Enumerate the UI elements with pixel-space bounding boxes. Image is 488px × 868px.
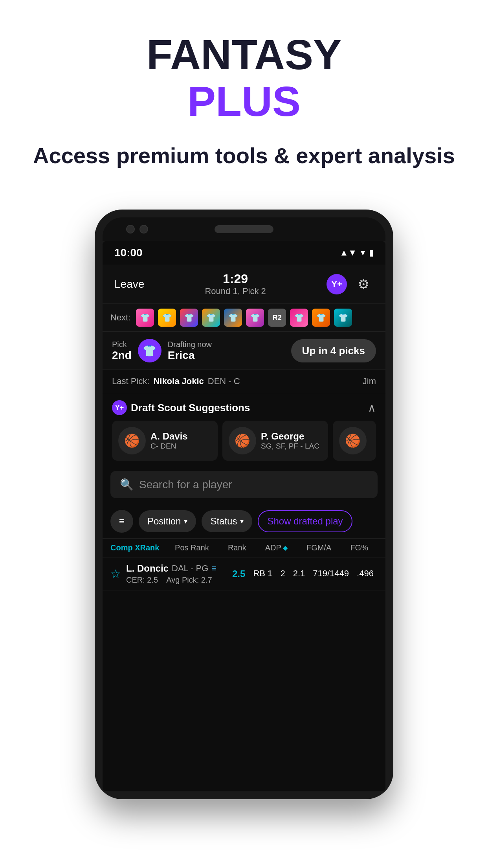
camera-dot [126,225,135,234]
scout-badge: Y+ [112,400,127,415]
stat-compxrank: 2.5 [232,568,245,579]
yplus-badge[interactable]: Y+ [327,274,347,294]
col-posrank-header: Pos Rank [175,543,209,552]
player-avatar-2: 🏀 [229,427,256,454]
player-row-stats: 2.5 RB 1 2 2.1 719/1449 .496 [228,568,378,579]
col-adp-header: ADP ◆ [265,543,288,552]
player-row-team: DAL - PG [172,563,208,574]
player-row-name: L. Doncic [126,563,169,574]
player-avatar-3: 🏀 [339,427,367,454]
scout-header: Y+ Draft Scout Suggestions ∧ [112,400,376,415]
stat-adp: 2.1 [293,568,305,579]
plus-title: PLUS [24,78,464,125]
search-bar[interactable]: 🔍 Search for a player [110,471,378,498]
player-row-doncic[interactable]: ☆ L. Doncic DAL - PG ≡ CER: 2.5 Avg Pick… [103,557,385,590]
nav-icons: Y+ ⚙ [327,274,374,294]
search-container: 🔍 Search for a player [103,465,385,504]
stat-posrank: RB 1 [253,568,272,579]
pick-label: Pick [112,340,132,349]
player-name-1: A. Davis [150,431,188,442]
drafting-now-label: Drafting now [168,340,212,349]
pick-number-section: Pick 2nd [112,340,132,362]
jersey-3: 👕 [180,309,198,327]
jersey-r2: R2 [268,309,286,327]
pick-left: Pick 2nd 👕 Drafting now Erica [112,339,212,362]
jersey-1: 👕 [136,309,154,327]
up-in-picks-button[interactable]: Up in 4 picks [291,339,376,362]
camera-dot2 [139,225,148,234]
leave-button[interactable]: Leave [114,278,144,291]
subtitle: Access premium tools & expert analysis [24,141,464,171]
pick-status-row: Pick 2nd 👕 Drafting now Erica Up in 4 pi… [103,332,385,370]
search-placeholder: Search for a player [139,478,232,491]
nav-bar: Leave 1:29 Round 1, Pick 2 Y+ ⚙ [103,265,385,304]
stat-rank: 2 [280,568,285,579]
header-section: FANTASY PLUS Access premium tools & expe… [0,0,488,186]
search-icon: 🔍 [120,478,134,491]
jersey-9: 👕 [334,309,352,327]
drafter-name: Erica [168,349,212,362]
phone-screen: 10:00 ▲▼ ▾ ▮ Leave 1:29 Round 1, Pick 2 … [103,241,385,791]
draft-order-row: Next: 👕 👕 👕 👕 👕 👕 R2 👕 👕 👕 [103,304,385,332]
player-card-3[interactable]: 🏀 [333,421,376,461]
last-pick-row: Last Pick: Nikola Jokic DEN - C Jim [103,370,385,393]
status-chevron-icon: ▾ [240,517,244,526]
table-header: Comp XRank Pos Rank Rank ADP ◆ FGM/A FG% [103,538,385,557]
position-chevron-icon: ▾ [184,517,187,526]
stat-fgpct: .496 [357,568,374,579]
show-drafted-button[interactable]: Show drafted play [258,510,352,532]
filter-sliders-button[interactable]: ≡ [110,510,133,533]
status-bar: 10:00 ▲▼ ▾ ▮ [103,241,385,265]
player-row-mid: L. Doncic DAL - PG ≡ [126,563,228,574]
player-row-details: CER: 2.5 Avg Pick: 2.7 [126,576,228,585]
jersey-6: 👕 [246,309,264,327]
jersey-5: 👕 [224,309,242,327]
diamond-icon: ◆ [283,544,288,552]
position-filter-button[interactable]: Position ▾ [139,510,196,532]
player-card-1[interactable]: 🏀 A. Davis C- DEN [112,421,218,461]
suggestion-cards: 🏀 A. Davis C- DEN 🏀 P. George SG, SF, PF… [112,421,376,461]
jersey-7: 👕 [290,309,308,327]
col-compxrank-header[interactable]: Comp XRank [110,543,165,552]
fantasy-title: FANTASY [24,31,464,78]
battery-icon: ▮ [369,248,374,258]
star-icon: ☆ [110,567,121,580]
gear-icon[interactable]: ⚙ [353,274,374,294]
chevron-up-icon[interactable]: ∧ [368,401,376,414]
status-icons: ▲▼ ▾ ▮ [339,248,374,258]
scout-title: Draft Scout Suggestions [131,402,250,414]
sliders-icon: ≡ [119,516,125,527]
nav-center: 1:29 Round 1, Pick 2 [205,272,266,296]
position-label: Position [147,516,181,527]
last-pick-label: Last Pick: [112,376,149,386]
jersey-8: 👕 [312,309,330,327]
last-pick-pos: DEN - C [208,376,240,386]
signal-icon: ▲▼ [339,248,357,258]
player-avatar-1: 🏀 [118,427,146,454]
drafter-avatar: 👕 [138,339,161,362]
wifi-icon: ▾ [361,248,365,258]
status-time: 10:00 [114,246,143,259]
last-pick-info: Last Pick: Nikola Jokic DEN - C [112,376,240,386]
player-info-1: A. Davis C- DEN [150,431,188,451]
round-pick: Round 1, Pick 2 [205,286,266,296]
phone-device: 10:00 ▲▼ ▾ ▮ Leave 1:29 Round 1, Pick 2 … [95,210,393,799]
status-filter-button[interactable]: Status ▾ [202,510,252,532]
player-row-main: L. Doncic DAL - PG ≡ CER: 2.5 Avg Pick: … [126,563,228,585]
drafting-info: Drafting now Erica [168,340,212,362]
player-card-2[interactable]: 🏀 P. George SG, SF, PF - LAC [222,421,328,461]
last-pick-player: Nikola Jokic [153,376,204,386]
col-rank-header: Rank [228,543,246,552]
jersey-2: 👕 [158,309,176,327]
status-label: Status [210,516,237,527]
last-pick-user: Jim [363,376,376,386]
scout-title-row: Y+ Draft Scout Suggestions [112,400,250,415]
player-info-2: P. George SG, SF, PF - LAC [261,431,319,451]
timer: 1:29 [205,272,266,286]
filter-row: ≡ Position ▾ Status ▾ Show drafted play [103,504,385,538]
jersey-4: 👕 [202,309,220,327]
note-icon: ≡ [211,563,216,574]
star-col[interactable]: ☆ [110,567,126,581]
player-name-2: P. George [261,431,319,442]
speaker [215,225,273,233]
